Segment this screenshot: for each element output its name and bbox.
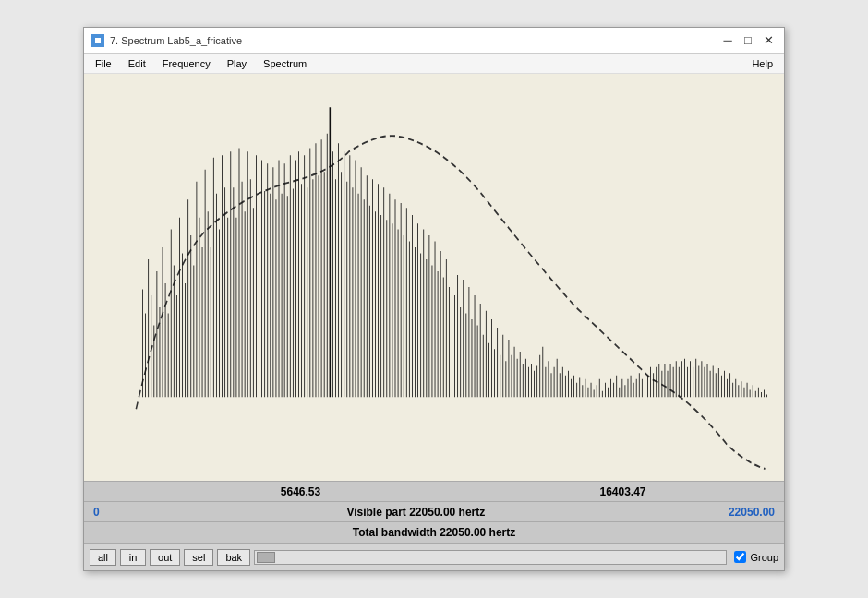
window-icon [91,34,104,47]
toolbar: all in out sel bak Group [84,543,784,570]
status-row-freq: 5646.53 16403.47 [84,482,784,502]
minimize-button[interactable]: ─ [719,32,736,49]
menu-play[interactable]: Play [220,56,254,71]
status-freq-left: 5646.53 [84,485,462,498]
title-controls: ─ □ ✕ [719,32,777,49]
menu-frequency[interactable]: Frequency [155,56,218,71]
toolbar-out-button[interactable]: out [150,549,180,566]
menu-bar: File Edit Frequency Play Spectrum Help [84,54,784,74]
status-visible-center: Visible part 22050.00 hertz [103,506,729,519]
scrollbar-thumb[interactable] [257,552,275,563]
group-checkbox[interactable] [734,551,746,563]
svg-rect-5 [84,74,784,481]
toolbar-in-button[interactable]: in [120,549,146,566]
toolbar-all-button[interactable]: all [90,549,116,566]
svg-rect-1 [95,38,101,43]
maximize-button[interactable]: □ [740,32,756,49]
menu-items: File Edit Frequency Play Spectrum [88,56,314,71]
window-title: 7. Spectrum Lab5_a_fricative [110,35,242,46]
status-visible-right: 22050.00 [729,506,775,519]
toolbar-bak-button[interactable]: bak [217,549,250,566]
status-total: Total bandwidth 22050.00 hertz [353,526,515,539]
title-bar-left: 7. Spectrum Lab5_a_fricative [91,34,242,47]
status-visible-left: 0 [93,506,100,519]
toolbar-sel-button[interactable]: sel [184,549,213,566]
scrollbar-track[interactable] [254,550,727,565]
close-button[interactable]: ✕ [760,32,777,49]
spectrum-chart [84,74,784,481]
status-row-visible: 0 Visible part 22050.00 hertz 22050.00 [84,502,784,522]
menu-file[interactable]: File [88,56,119,71]
menu-help[interactable]: Help [744,56,780,71]
spectrum-window: 7. Spectrum Lab5_a_fricative ─ □ ✕ File … [83,27,785,571]
menu-spectrum[interactable]: Spectrum [256,56,314,71]
outer-container: 7. Spectrum Lab5_a_fricative ─ □ ✕ File … [0,0,868,598]
group-label: Group [750,552,778,563]
chart-area: Peak frequency value 5646.53 20.5 dB 20.… [84,74,784,481]
status-freq-right: 16403.47 [462,485,784,498]
status-bar: 5646.53 16403.47 0 Visible part 22050.00… [84,481,784,543]
menu-edit[interactable]: Edit [121,56,153,71]
group-checkbox-container: Group [734,551,778,563]
status-row-total: Total bandwidth 22050.00 hertz [84,522,784,543]
title-bar: 7. Spectrum Lab5_a_fricative ─ □ ✕ [84,28,784,54]
